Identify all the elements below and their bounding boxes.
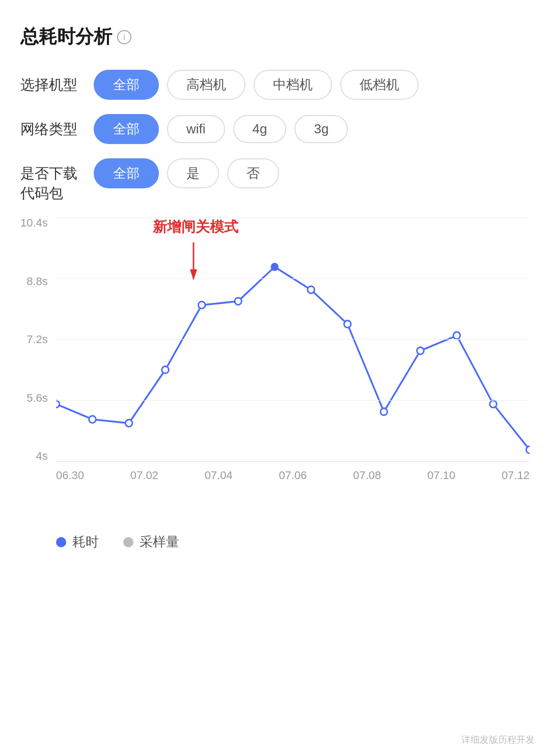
- download-code-label: 是否下载 代码包: [20, 158, 81, 203]
- device-type-mid-btn[interactable]: 中档机: [254, 70, 332, 100]
- grid-line-3: [56, 400, 530, 401]
- x-label-3: 07.06: [279, 469, 307, 482]
- legend-dot-blue: [56, 537, 66, 547]
- device-type-low-btn[interactable]: 低档机: [340, 70, 419, 100]
- grid-line-1: [56, 278, 530, 279]
- page-title: 总耗时分析: [20, 24, 112, 49]
- y-label-4: 4s: [36, 451, 48, 462]
- download-code-label-line1: 是否下载: [20, 165, 77, 181]
- grid-lines: [56, 217, 530, 461]
- network-type-label: 网络类型: [20, 114, 81, 139]
- device-type-all-btn[interactable]: 全部: [94, 70, 159, 100]
- legend: 耗时 采样量: [20, 533, 530, 551]
- x-label-6: 07.12: [502, 469, 530, 482]
- legend-item-time: 耗时: [56, 533, 99, 551]
- y-label-3: 5.6s: [26, 393, 48, 404]
- network-type-options: 全部 wifi 4g 3g: [94, 114, 348, 144]
- network-wifi-btn[interactable]: wifi: [167, 115, 225, 143]
- watermark: 详细发版历程开发: [461, 734, 535, 746]
- device-type-label: 选择机型: [20, 70, 81, 95]
- network-3g-btn[interactable]: 3g: [294, 115, 348, 143]
- chart-container: 新增闸关模式 10.4s 8.8s 7.2s 5.6s 4s: [20, 217, 530, 513]
- x-label-0: 06.30: [56, 469, 84, 482]
- x-axis: 06.30 07.02 07.04 07.06 07.08 07.10 07.1…: [56, 462, 530, 482]
- svg-marker-1: [190, 269, 197, 281]
- network-type-filter-row: 网络类型 全部 wifi 4g 3g: [20, 114, 530, 144]
- device-type-high-btn[interactable]: 高档机: [167, 70, 245, 100]
- y-label-1: 8.8s: [26, 276, 48, 287]
- legend-label-sample: 采样量: [140, 533, 179, 551]
- page-header: 总耗时分析 i: [20, 24, 530, 49]
- download-yes-btn[interactable]: 是: [167, 158, 219, 188]
- y-label-0: 10.4s: [20, 217, 48, 229]
- annotation-arrow: [188, 240, 214, 288]
- legend-label-time: 耗时: [72, 533, 99, 551]
- y-axis: 10.4s 8.8s 7.2s 5.6s 4s: [20, 217, 54, 462]
- network-4g-btn[interactable]: 4g: [233, 115, 287, 143]
- legend-dot-gray: [123, 537, 133, 547]
- legend-item-sample: 采样量: [123, 533, 179, 551]
- x-label-2: 07.04: [205, 469, 233, 482]
- y-label-2: 7.2s: [26, 334, 48, 345]
- device-type-options: 全部 高档机 中档机 低档机: [94, 70, 419, 100]
- grid-line-0: [56, 217, 530, 218]
- x-label-4: 07.08: [353, 469, 381, 482]
- download-all-btn[interactable]: 全部: [94, 158, 159, 188]
- download-code-label-line2: 代码包: [20, 185, 63, 201]
- annotation-text: 新增闸关模式: [153, 217, 238, 237]
- device-type-filter-row: 选择机型 全部 高档机 中档机 低档机: [20, 70, 530, 100]
- download-code-filter-row: 是否下载 代码包 全部 是 否: [20, 158, 530, 203]
- info-icon[interactable]: i: [117, 30, 131, 44]
- network-all-btn[interactable]: 全部: [94, 114, 159, 144]
- x-label-1: 07.02: [130, 469, 158, 482]
- grid-line-2: [56, 339, 530, 340]
- chart-area: [56, 217, 530, 462]
- x-label-5: 07.10: [427, 469, 455, 482]
- filter-section: 选择机型 全部 高档机 中档机 低档机 网络类型 全部 wifi 4g 3g 是…: [20, 70, 530, 203]
- download-no-btn[interactable]: 否: [227, 158, 279, 188]
- grid-line-4: [56, 461, 530, 461]
- download-code-options: 全部 是 否: [94, 158, 279, 188]
